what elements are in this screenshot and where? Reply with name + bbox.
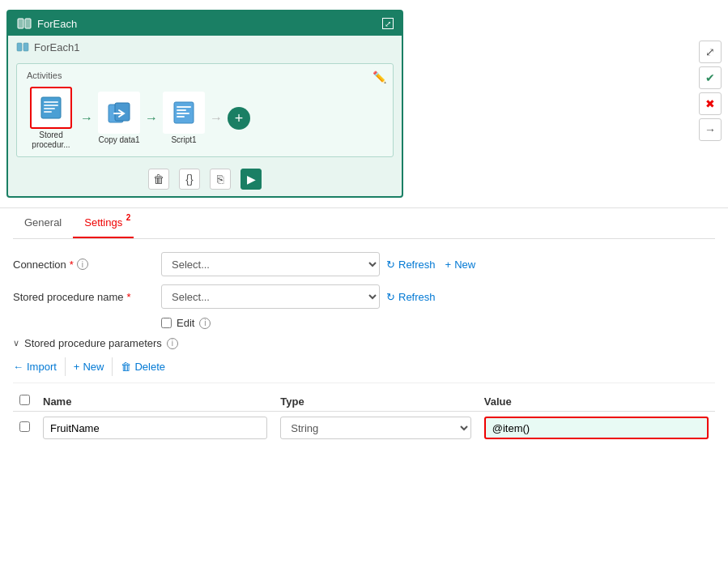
connection-label: Connection * i — [13, 259, 155, 271]
import-button[interactable]: ← Import — [13, 357, 66, 376]
chevron-icon: ∨ — [13, 338, 19, 348]
side-arrow-button[interactable]: → — [699, 118, 722, 141]
connection-refresh-button[interactable]: ↻ Refresh — [386, 259, 436, 271]
delete-param-icon: 🗑 — [121, 361, 131, 373]
activities-box: Activities Stor — [16, 63, 394, 157]
foreach-toolbar: 🗑 {} ⎘ ▶ — [8, 164, 402, 196]
expand-icon[interactable]: ⤢ — [382, 18, 394, 29]
connection-new-button[interactable]: + New — [445, 259, 476, 271]
svg-rect-1 — [25, 19, 31, 28]
row-value-cell — [478, 412, 715, 445]
side-cross-button[interactable]: ✖ — [699, 92, 722, 115]
stored-proc-params-info-icon[interactable]: i — [167, 338, 178, 349]
col-header-type: Type — [274, 391, 477, 412]
params-table: Name Type Value String Int — [13, 391, 715, 444]
foreach-breadcrumb-text: ForEach1 — [34, 41, 79, 53]
refresh-icon-2: ↻ — [386, 291, 395, 303]
activities-label: Activities — [27, 71, 383, 80]
activity-icon-copy-data — [98, 92, 140, 134]
stored-procedure-name-row: Stored procedure name * Select... ↻ Refr… — [13, 284, 715, 309]
activity-script[interactable]: Script1 — [163, 92, 205, 145]
svg-rect-13 — [177, 109, 186, 111]
stored-procedure-name-required: * — [127, 291, 131, 303]
edit-checkbox-row: Edit i — [161, 317, 715, 329]
connection-new-label: New — [454, 259, 475, 271]
import-label: Import — [27, 361, 57, 373]
svg-rect-0 — [18, 19, 23, 28]
tabs-bar: General Settings 2 — [13, 208, 715, 239]
pipeline-canvas: ForEach ⤢ ForEach1 Activities — [0, 0, 728, 208]
add-activity-button[interactable]: + — [228, 107, 250, 130]
activity-icon-script — [163, 92, 205, 134]
svg-rect-15 — [177, 116, 185, 118]
side-actions-panel: ⤢ ✔ ✖ → — [699, 41, 722, 141]
activities-row: Stored procedur... → Copy data1 — [27, 87, 383, 150]
edit-info-icon[interactable]: i — [199, 318, 211, 329]
json-toolbar-button[interactable]: {} — [179, 169, 200, 190]
delete-toolbar-button[interactable]: 🗑 — [148, 169, 169, 190]
svg-rect-14 — [177, 113, 189, 114]
stored-procedure-name-label: Stored procedure name * — [13, 291, 155, 303]
tab-settings[interactable]: Settings 2 — [73, 208, 134, 238]
stored-procedure-name-select-wrap: Select... ↻ Refresh — [161, 284, 436, 309]
foreach-header: ForEach ⤢ — [8, 11, 402, 36]
side-link-button[interactable]: ⤢ — [699, 41, 722, 63]
foreach-breadcrumb: ForEach1 — [8, 36, 402, 58]
svg-rect-8 — [44, 111, 52, 113]
stored-proc-params-header[interactable]: ∨ Stored procedure parameters i — [13, 337, 715, 349]
tab-settings-badge: 2 — [126, 213, 131, 222]
param-type-select[interactable]: String Int Boolean DateTime Decimal GUID — [280, 417, 470, 439]
connection-select[interactable]: Select... — [161, 252, 380, 276]
settings-panel: General Settings 2 Connection * i Select… — [0, 208, 728, 465]
row-checkbox-cell — [13, 412, 36, 445]
svg-rect-2 — [17, 43, 22, 51]
import-icon: ← — [13, 361, 23, 373]
foreach-title-text: ForEach — [37, 18, 77, 30]
arrow-1: → — [80, 111, 93, 126]
table-row: String Int Boolean DateTime Decimal GUID — [13, 412, 715, 445]
connection-info-icon[interactable]: i — [77, 259, 88, 270]
col-header-checkbox — [13, 391, 36, 412]
connection-row: Connection * i Select... ↻ Refresh + New — [13, 252, 715, 276]
stored-procedure-name-select[interactable]: Select... — [161, 284, 380, 309]
activity-label-script: Script1 — [171, 135, 196, 145]
svg-rect-7 — [44, 108, 55, 109]
stored-proc-params-label: Stored procedure parameters — [24, 337, 162, 349]
new-param-button[interactable]: + New — [66, 357, 113, 376]
delete-param-button[interactable]: 🗑 Delete — [113, 357, 173, 376]
copy-toolbar-button[interactable]: ⎘ — [210, 169, 231, 190]
param-value-input[interactable] — [484, 417, 709, 439]
svg-rect-3 — [23, 43, 28, 51]
row-name-cell — [36, 412, 274, 445]
edit-checkbox[interactable] — [161, 318, 172, 328]
run-toolbar-button[interactable]: ▶ — [241, 169, 262, 190]
foreach-title: ForEach — [16, 15, 77, 32]
activity-icon-stored-proc — [30, 87, 72, 129]
foreach-header-icon — [16, 15, 32, 32]
side-check-button[interactable]: ✔ — [699, 66, 722, 89]
connection-select-wrap: Select... ↻ Refresh + New — [161, 252, 475, 276]
stored-procedure-name-refresh-button[interactable]: ↻ Refresh — [386, 291, 436, 303]
tab-settings-label: Settings — [84, 216, 122, 229]
foreach-container: ForEach ⤢ ForEach1 Activities — [6, 10, 403, 198]
select-all-checkbox[interactable] — [19, 395, 30, 405]
param-name-input[interactable] — [43, 417, 267, 439]
arrow-2: → — [145, 111, 158, 126]
row-checkbox[interactable] — [19, 421, 30, 432]
edit-label: Edit — [177, 317, 194, 329]
stored-procedure-name-refresh-label: Refresh — [398, 291, 436, 303]
new-param-icon: + — [74, 361, 80, 373]
activity-stored-proc[interactable]: Stored procedur... — [27, 87, 75, 150]
connection-required: * — [70, 259, 74, 271]
stored-proc-params-section: ∨ Stored procedure parameters i ← Import… — [13, 337, 715, 444]
activity-copy-data[interactable]: Copy data1 — [98, 92, 140, 145]
copy-data-icon — [106, 100, 132, 126]
canvas-edit-button[interactable]: ✏️ — [373, 71, 386, 83]
script-icon — [171, 100, 197, 126]
tab-general[interactable]: General — [13, 208, 73, 238]
delete-param-label: Delete — [134, 361, 165, 373]
connection-refresh-label: Refresh — [398, 259, 436, 271]
svg-rect-5 — [44, 101, 58, 103]
activity-label-stored-proc: Stored procedur... — [27, 130, 75, 150]
row-type-cell: String Int Boolean DateTime Decimal GUID — [274, 412, 477, 445]
